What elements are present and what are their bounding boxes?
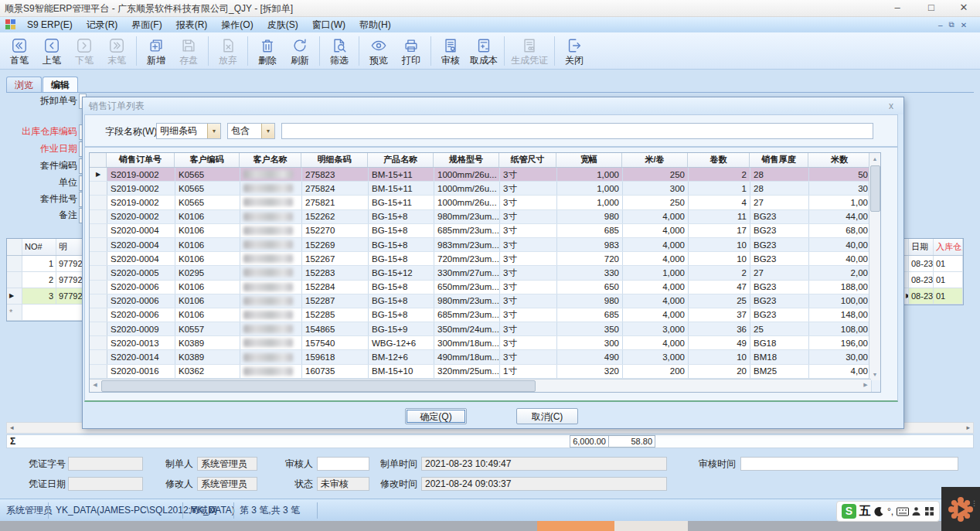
- row-selector[interactable]: ▶: [90, 168, 107, 181]
- column-header-2[interactable]: 客户名称: [240, 153, 301, 167]
- table-row[interactable]: ▶S2019-0002K0565275823BM-15+111000mm/26u…: [90, 168, 880, 182]
- person-icon[interactable]: [911, 506, 921, 516]
- menu-item-1[interactable]: 记录(R): [80, 17, 125, 32]
- table-row[interactable]: ▶397792: [7, 288, 86, 305]
- menu-item-4[interactable]: 操作(O): [214, 17, 260, 32]
- column-header-5[interactable]: 规格型号: [434, 153, 499, 167]
- table-row[interactable]: S2020-0004K0106152267BG-15+8720mm/23um..…: [90, 252, 880, 266]
- menu-item-6[interactable]: 窗口(W): [305, 17, 352, 32]
- grid-horizontal-scrollbar[interactable]: ◀ ▶: [90, 379, 871, 392]
- window-minimize-button[interactable]: –: [886, 0, 909, 17]
- table-row[interactable]: S2020-0004K0106152269BG-15+8983mm/23um..…: [90, 238, 880, 252]
- row-selector[interactable]: [90, 281, 107, 294]
- table-row[interactable]: S2020-0002K0106152262BG-15+8980mm/23um..…: [90, 210, 880, 224]
- column-header-4[interactable]: 产品名称: [368, 153, 434, 167]
- wubi-mode[interactable]: 五: [859, 504, 871, 519]
- table-row[interactable]: 297792: [7, 272, 86, 288]
- toolbar-button-cost[interactable]: 取成本: [467, 33, 501, 69]
- table-row[interactable]: S2019-0002K0565275821BG-15+111000mm/26u.…: [90, 196, 880, 209]
- scroll-left-icon[interactable]: ◀: [90, 380, 100, 390]
- menu-item-5[interactable]: 皮肤(S): [260, 17, 305, 32]
- row-selector[interactable]: [90, 266, 107, 279]
- column-header-11[interactable]: 米数: [808, 153, 871, 167]
- tab-browse[interactable]: 浏览: [6, 77, 42, 93]
- window-titlebar[interactable]: 顺景S9智能ERP管理平台 - 广东顺景软件科技有限公司_QJY - [拆卸单]: [0, 0, 980, 17]
- row-selector[interactable]: [90, 294, 107, 308]
- footer-field-修改人[interactable]: 系统管理员: [197, 477, 257, 491]
- scroll-right-icon[interactable]: ▸: [966, 423, 970, 433]
- row-selector[interactable]: [90, 238, 107, 251]
- table-row[interactable]: ▶08-2301: [903, 288, 963, 305]
- mdi-window-controls[interactable]: – ⧉ ✕: [938, 19, 967, 31]
- table-row[interactable]: S2020-0009K0557154865BG-15+9350mm/24um..…: [90, 322, 880, 336]
- column-header-1[interactable]: 客户编码: [175, 153, 240, 167]
- grid-icon[interactable]: [924, 506, 934, 516]
- keyboard-icon[interactable]: [897, 507, 909, 516]
- cancel-button[interactable]: 取消(C): [516, 408, 578, 424]
- column-header-6[interactable]: 纸管尺寸: [499, 153, 556, 167]
- table-row[interactable]: S2020-0016K0362160735BM-15+10320mm/25um.…: [90, 365, 880, 379]
- ok-button[interactable]: 确定(Q): [405, 408, 467, 424]
- mdi-minimize-icon[interactable]: –: [938, 21, 943, 29]
- toolbar-button-print[interactable]: 打印: [395, 33, 427, 69]
- toolbar-button-close[interactable]: 关闭: [558, 33, 590, 69]
- chevron-down-icon[interactable]: ▾: [207, 124, 220, 138]
- table-row[interactable]: S2020-0006K0106152284BG-15+8650mm/23um..…: [90, 281, 880, 294]
- row-selector[interactable]: [90, 336, 107, 349]
- operator-combo[interactable]: 包含 ▾: [227, 123, 275, 139]
- row-selector[interactable]: [90, 308, 107, 322]
- toolbar-button-filter[interactable]: 筛选: [323, 33, 356, 69]
- column-header-10[interactable]: 销售厚度: [750, 153, 808, 167]
- toolbar-button-preview[interactable]: 预览: [362, 33, 395, 69]
- row-selector[interactable]: [903, 256, 909, 271]
- row-selector[interactable]: [90, 182, 107, 195]
- table-row[interactable]: 08-2301: [903, 256, 963, 272]
- grid-vertical-scrollbar[interactable]: ▲ ▼: [869, 153, 880, 380]
- window-maximize-button[interactable]: □: [920, 0, 943, 17]
- table-row[interactable]: S2020-0004K0106152270BG-15+8685mm/23um..…: [90, 224, 880, 238]
- row-selector[interactable]: [90, 252, 107, 265]
- row-selector[interactable]: [90, 224, 107, 237]
- column-header-3[interactable]: 明细条码: [301, 153, 368, 167]
- scroll-up-icon[interactable]: ▲: [869, 153, 880, 165]
- table-row[interactable]: S2020-0013K0389157540WBG-12+6300mm/18um.…: [90, 336, 880, 350]
- toolbar-button-audit[interactable]: 审核: [434, 33, 467, 69]
- column-header[interactable]: 日期: [909, 239, 934, 255]
- row-selector[interactable]: [90, 196, 107, 209]
- menu-item-0[interactable]: S9 ERP(E): [20, 17, 80, 32]
- row-selector[interactable]: ▶: [903, 288, 909, 304]
- table-row[interactable]: S2019-0002K0565275824BM-15+111000mm/26u.…: [90, 182, 880, 196]
- mdi-restore-icon[interactable]: ⧉: [949, 20, 954, 29]
- table-row[interactable]: S2020-0005K0295152283BG-15+12330mm/27um.…: [90, 266, 880, 280]
- table-row[interactable]: S2020-0006K0106152285BG-15+8685mm/23um..…: [90, 308, 880, 322]
- row-selector[interactable]: [903, 272, 909, 288]
- column-header[interactable]: NO#: [22, 239, 56, 255]
- row-selector[interactable]: ▶: [7, 288, 22, 304]
- menu-item-2[interactable]: 界面(F): [124, 17, 168, 32]
- menu-item-3[interactable]: 报表(R): [169, 17, 215, 32]
- punctuation-mark[interactable]: °,: [887, 506, 893, 517]
- menu-item-7[interactable]: 帮助(H): [352, 17, 398, 32]
- table-row[interactable]: S2020-0006K0106152287BG-15+8980mm/23um..…: [90, 294, 880, 308]
- footer-field-制单时间[interactable]: 2021-08-23 10:49:47: [421, 457, 667, 471]
- scroll-right-icon[interactable]: ▶: [860, 380, 871, 390]
- dialog-close-icon[interactable]: x: [885, 100, 897, 112]
- scroll-left-icon[interactable]: ◂: [10, 423, 14, 433]
- footer-field-修改时间[interactable]: 2021-08-24 09:03:37: [421, 477, 667, 491]
- scroll-down-icon[interactable]: ▼: [869, 369, 880, 380]
- row-selector[interactable]: [7, 272, 22, 288]
- chevron-down-icon[interactable]: ▾: [261, 124, 274, 138]
- sogou-icon[interactable]: S: [842, 504, 856, 519]
- toolbar-button-delete[interactable]: 删除: [251, 33, 284, 69]
- footer-field-制单人[interactable]: 系统管理员: [197, 457, 257, 471]
- row-selector[interactable]: [90, 350, 107, 363]
- tab-edit[interactable]: 编辑: [43, 77, 78, 93]
- search-input[interactable]: [281, 123, 873, 139]
- table-row[interactable]: 197792: [7, 256, 86, 272]
- row-selector[interactable]: [90, 365, 107, 378]
- column-header-7[interactable]: 宽幅: [556, 153, 622, 167]
- toolbar-button-refresh[interactable]: 刷新: [284, 33, 316, 69]
- row-selector[interactable]: [90, 210, 107, 223]
- toolbar-button-add[interactable]: 新增: [140, 33, 172, 69]
- mdi-close-icon[interactable]: ✕: [961, 21, 967, 29]
